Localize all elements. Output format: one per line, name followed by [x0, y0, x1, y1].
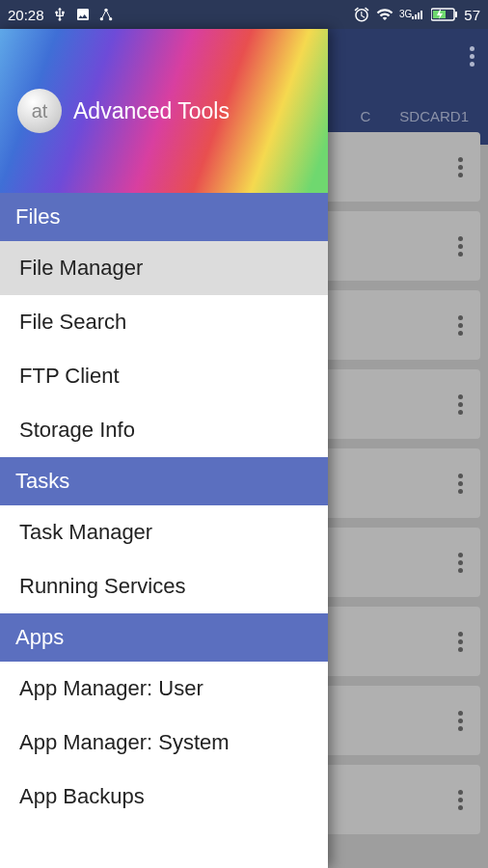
- svg-rect-6: [420, 11, 422, 19]
- svg-rect-9: [455, 12, 457, 17]
- overflow-menu-icon[interactable]: [470, 46, 474, 67]
- item-menu-icon[interactable]: [458, 790, 463, 810]
- section-header-apps: Apps: [0, 613, 328, 662]
- menu-item-ftp-client[interactable]: FTP Client: [0, 349, 328, 403]
- svg-rect-5: [418, 13, 420, 19]
- svg-point-1: [99, 17, 102, 20]
- svg-point-2: [109, 17, 112, 20]
- item-menu-icon[interactable]: [458, 474, 463, 494]
- menu-item-file-manager[interactable]: File Manager: [0, 241, 328, 295]
- svg-rect-3: [412, 16, 414, 19]
- menu-item-app-backups[interactable]: App Backups: [0, 770, 328, 824]
- drawer-sections: FilesFile ManagerFile SearchFTP ClientSt…: [0, 193, 328, 824]
- usb-icon: [52, 7, 68, 22]
- item-menu-icon[interactable]: [458, 711, 463, 731]
- item-menu-icon[interactable]: [458, 236, 463, 257]
- app-logo-icon: at: [17, 89, 62, 133]
- tab-sdcard1[interactable]: SDCARD1: [399, 108, 469, 124]
- menu-item-storage-info[interactable]: Storage Info: [0, 403, 328, 457]
- navigation-drawer: at Advanced Tools FilesFile ManagerFile …: [0, 29, 328, 868]
- status-bar: 20:28 3G 57: [0, 0, 488, 29]
- menu-item-running-services[interactable]: Running Services: [0, 559, 328, 613]
- menu-item-task-manager[interactable]: Task Manager: [0, 505, 328, 559]
- menu-item-file-search[interactable]: File Search: [0, 295, 328, 349]
- network-icon: 3G: [399, 10, 425, 19]
- status-left: 20:28: [8, 7, 114, 23]
- tab-c[interactable]: C: [360, 108, 370, 124]
- wifi-icon: [376, 6, 393, 23]
- item-menu-icon[interactable]: [458, 315, 463, 336]
- item-menu-icon[interactable]: [458, 632, 463, 652]
- item-menu-icon[interactable]: [458, 157, 463, 177]
- status-time: 20:28: [8, 7, 44, 23]
- svg-rect-4: [415, 14, 417, 19]
- menu-item-app-manager-user[interactable]: App Manager: User: [0, 662, 328, 716]
- menu-item-app-manager-system[interactable]: App Manager: System: [0, 716, 328, 770]
- item-menu-icon[interactable]: [458, 553, 463, 573]
- image-icon: [75, 7, 91, 22]
- battery-level: 57: [464, 7, 480, 23]
- item-menu-icon[interactable]: [458, 394, 463, 415]
- section-header-files: Files: [0, 193, 328, 241]
- status-right: 3G 57: [353, 6, 480, 23]
- share-icon: [98, 7, 114, 22]
- battery-icon: [431, 8, 458, 21]
- alarm-icon: [353, 6, 370, 23]
- app-title: Advanced Tools: [73, 98, 230, 124]
- section-header-tasks: Tasks: [0, 457, 328, 505]
- drawer-header: at Advanced Tools: [0, 29, 328, 193]
